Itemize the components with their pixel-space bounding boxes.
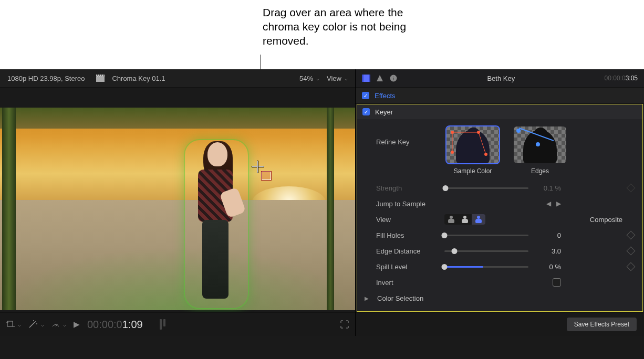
fcp-window: 1080p HD 23.98p, Stereo Chroma Key 01.1 … — [0, 69, 644, 359]
keyframe-toggle[interactable] — [627, 247, 636, 256]
zoom-dropdown[interactable]: 54%⌵ — [299, 75, 319, 82]
svg-point-11 — [33, 320, 34, 321]
info-icon: i — [390, 75, 397, 82]
edges-thumb[interactable]: Edges — [514, 126, 566, 175]
spill-level-row: Spill Level 0 % — [376, 259, 635, 274]
inspector-title: Beth Key — [403, 75, 599, 82]
view-composite-button[interactable] — [472, 214, 485, 225]
clapperboard-icon[interactable] — [96, 75, 105, 82]
strength-label: Strength — [376, 184, 439, 192]
clip-name-label: Chroma Key 01.1 — [112, 75, 165, 82]
expand-icon — [340, 320, 349, 329]
keyframe-toggle[interactable] — [627, 231, 636, 240]
viewer-timecode[interactable]: 00:00:01:09 — [87, 319, 143, 331]
chevron-down-icon: ⌵ — [316, 76, 319, 81]
invert-label: Invert — [376, 279, 439, 287]
keyer-params: Refine Key Sample Color — [357, 119, 642, 311]
svg-rect-15 — [362, 75, 363, 82]
fill-holes-value[interactable]: 0 — [534, 231, 561, 239]
view-row: View Composite — [376, 212, 635, 227]
strength-slider[interactable] — [444, 187, 528, 189]
svg-line-21 — [479, 132, 486, 154]
viewer-pane: 1080p HD 23.98p, Stereo Chroma Key 01.1 … — [0, 69, 355, 336]
svg-text:i: i — [393, 76, 394, 81]
svg-marker-17 — [377, 75, 383, 81]
invert-row: Invert — [376, 274, 635, 290]
viewer-canvas[interactable] — [0, 88, 355, 312]
subject-figure — [186, 142, 244, 305]
chevron-down-icon: ⌵ — [63, 322, 66, 328]
jump-to-sample-row: Jump to Sample ◀ ▶ — [376, 196, 635, 212]
crop-icon — [6, 320, 15, 329]
play-button[interactable]: ▶ — [74, 320, 80, 329]
keyer-effect-block: ✓ Keyer Refine Key — [357, 104, 643, 312]
color-selection-row[interactable]: ▶ Color Selection — [365, 290, 635, 306]
keyframe-toggle[interactable] — [627, 184, 636, 193]
svg-rect-16 — [369, 75, 370, 82]
view-segmented[interactable] — [444, 214, 485, 225]
effects-label: Effects — [375, 92, 396, 100]
edge-distance-label: Edge Distance — [376, 247, 439, 255]
viewer-toolbar: 1080p HD 23.98p, Stereo Chroma Key 01.1 … — [0, 69, 355, 88]
main-split: 1080p HD 23.98p, Stereo Chroma Key 01.1 … — [0, 69, 644, 336]
spill-level-slider[interactable] — [444, 266, 528, 268]
edge-distance-row: Edge Distance 3.0 — [376, 243, 635, 259]
retime-tool-dropdown[interactable]: ⌵ — [51, 320, 66, 329]
svg-line-9 — [29, 322, 35, 328]
edge-distance-value[interactable]: 3.0 — [534, 247, 561, 255]
sample-color-thumb[interactable]: Sample Color — [446, 126, 499, 175]
invert-checkbox[interactable] — [553, 278, 561, 287]
jump-prev-button[interactable]: ◀ — [546, 200, 551, 207]
svg-rect-0 — [96, 77, 105, 82]
spill-level-value[interactable]: 0 % — [534, 263, 561, 271]
jump-next-button[interactable]: ▶ — [556, 200, 561, 207]
viewer-bottom-toolbar: ⌵ ⌵ ⌵ ▶ 00:00:01:09 — [0, 312, 355, 336]
fill-holes-slider[interactable] — [444, 235, 528, 236]
inspector-pane: i Beth Key 00:00:03:05 ✓ Effects ✓ Keyer — [355, 69, 644, 336]
crop-tool-dropdown[interactable]: ⌵ — [6, 320, 21, 329]
view-value: Composite — [580, 216, 622, 224]
edge-distance-slider[interactable] — [444, 250, 528, 252]
view-dropdown[interactable]: View⌵ — [327, 75, 348, 82]
fill-holes-label: Fill Holes — [376, 231, 439, 239]
jump-label: Jump to Sample — [376, 200, 439, 208]
color-inspector-tab[interactable] — [376, 74, 384, 82]
refine-key-label: Refine Key — [376, 138, 439, 146]
fullscreen-button[interactable] — [340, 320, 349, 329]
inspector-footer: Save Effects Preset — [356, 312, 644, 336]
sample-color-caption: Sample Color — [454, 167, 492, 175]
info-inspector-tab[interactable]: i — [389, 74, 398, 82]
refine-key-row: Refine Key Sample Color — [376, 123, 635, 180]
view-matte-button[interactable] — [458, 214, 472, 225]
help-annotation: Drag over an area where the chroma key c… — [263, 5, 420, 48]
view-original-button[interactable] — [444, 214, 458, 225]
svg-point-10 — [35, 321, 36, 322]
video-frame — [0, 108, 355, 310]
view-label: View — [376, 216, 439, 224]
keyer-checkbox[interactable]: ✓ — [362, 108, 370, 115]
video-inspector-tab[interactable] — [362, 74, 370, 82]
enhance-tool-dropdown[interactable]: ⌵ — [28, 320, 44, 329]
keyer-header-row[interactable]: ✓ Keyer — [357, 104, 642, 119]
disclosure-triangle-icon[interactable]: ▶ — [365, 295, 369, 301]
inspector-header: i Beth Key 00:00:03:05 — [356, 69, 644, 88]
fill-holes-row: Fill Holes 0 — [376, 227, 635, 243]
inspector-timecode: 00:00:03:05 — [605, 75, 638, 82]
effects-section-header[interactable]: ✓ Effects — [356, 88, 644, 104]
svg-point-12 — [36, 323, 37, 324]
sample-drag-rect[interactable] — [262, 172, 271, 180]
chevron-down-icon: ⌵ — [345, 76, 348, 81]
keyer-label: Keyer — [375, 108, 393, 116]
strength-row: Strength 0.1 % — [376, 180, 635, 196]
format-label: 1080p HD 23.98p, Stereo — [7, 75, 85, 82]
color-selection-label: Color Selection — [377, 294, 423, 302]
save-effects-preset-button[interactable]: Save Effects Preset — [567, 318, 637, 331]
inspector-body: ✓ Keyer Refine Key — [356, 104, 644, 312]
keyframe-toggle[interactable] — [627, 262, 636, 271]
strength-value[interactable]: 0.1 % — [534, 184, 561, 192]
effects-checkbox[interactable]: ✓ — [362, 92, 369, 99]
chevron-down-icon: ⌵ — [41, 322, 44, 328]
speedometer-icon — [51, 320, 60, 329]
audio-skimmer-icon[interactable] — [160, 319, 165, 330]
chevron-down-icon: ⌵ — [18, 322, 21, 328]
